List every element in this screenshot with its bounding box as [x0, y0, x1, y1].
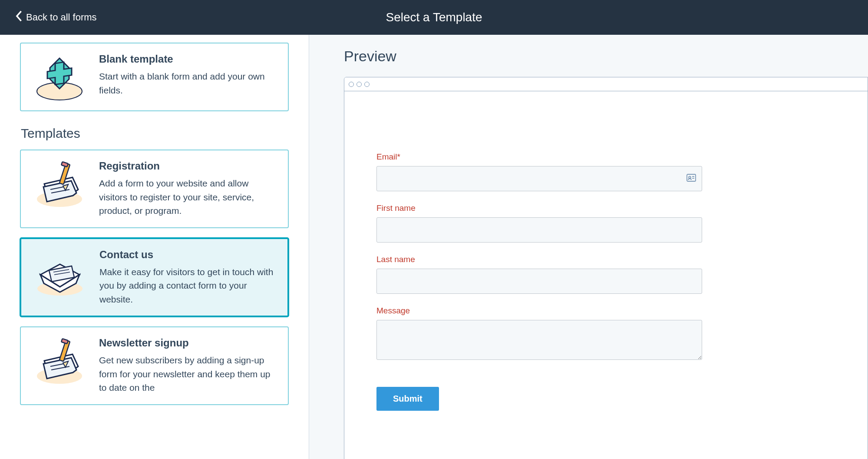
chevron-left-icon — [15, 10, 23, 25]
svg-rect-18 — [687, 174, 696, 181]
preview-panel: Preview Email* — [309, 35, 868, 459]
email-field[interactable] — [376, 166, 702, 191]
template-desc: Get new subscribers by adding a sign-up … — [99, 353, 277, 395]
template-card-blank[interactable]: Blank template Start with a blank form a… — [20, 43, 289, 111]
window-dot-icon — [356, 82, 362, 87]
template-card-newsletter[interactable]: Newsletter signup Get new subscribers by… — [20, 326, 289, 405]
template-desc: Start with a blank form and add your own… — [99, 70, 277, 97]
submit-button[interactable]: Submit — [376, 387, 439, 411]
svg-rect-8 — [61, 162, 68, 167]
template-card-registration[interactable]: Registration Add a form to your website … — [20, 150, 289, 228]
last-name-field[interactable] — [376, 269, 702, 294]
svg-marker-2 — [47, 61, 72, 85]
message-label: Message — [376, 306, 833, 316]
back-button[interactable]: Back to all forms — [0, 10, 97, 25]
app-header: Back to all forms Select a Template — [0, 0, 868, 35]
blank-template-icon — [31, 53, 88, 101]
registration-icon — [31, 160, 88, 208]
last-name-label: Last name — [376, 255, 833, 264]
template-desc: Make it easy for visitors to get in touc… — [99, 265, 276, 306]
templates-sidebar: Blank template Start with a blank form a… — [0, 35, 309, 459]
preview-heading: Preview — [344, 48, 868, 65]
template-card-contact-us[interactable]: Contact us Make it easy for visitors to … — [20, 238, 289, 317]
preview-window: Email* — [344, 77, 868, 459]
svg-rect-17 — [61, 339, 68, 344]
template-title: Blank template — [99, 53, 277, 65]
template-title: Contact us — [99, 249, 276, 261]
back-label: Back to all forms — [26, 12, 97, 23]
template-title: Newsletter signup — [99, 337, 277, 349]
window-dot-icon — [349, 82, 354, 87]
form-preview: Email* — [344, 91, 868, 437]
templates-heading: Templates — [21, 126, 289, 141]
page-title: Select a Template — [386, 10, 482, 24]
template-title: Registration — [99, 160, 277, 172]
message-field[interactable] — [376, 320, 702, 360]
contact-card-icon — [686, 174, 696, 183]
first-name-field[interactable] — [376, 217, 702, 243]
template-desc: Add a form to your website and allow vis… — [99, 176, 277, 218]
window-dot-icon — [364, 82, 370, 87]
email-label: Email* — [376, 152, 833, 162]
window-chrome — [344, 77, 868, 91]
first-name-label: First name — [376, 203, 833, 213]
contact-us-icon — [32, 249, 88, 296]
svg-point-19 — [689, 176, 691, 179]
newsletter-icon — [31, 337, 88, 385]
